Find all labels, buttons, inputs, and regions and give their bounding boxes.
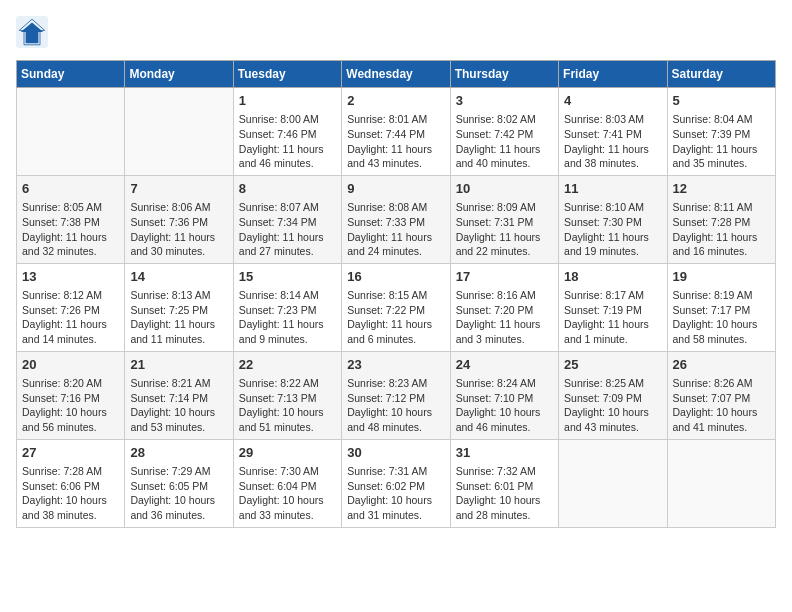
calendar-cell: 31Sunrise: 7:32 AM Sunset: 6:01 PM Dayli… [450,439,558,527]
day-info: Sunrise: 8:17 AM Sunset: 7:19 PM Dayligh… [564,288,661,347]
day-number: 20 [22,356,119,374]
day-number: 5 [673,92,770,110]
calendar-cell: 22Sunrise: 8:22 AM Sunset: 7:13 PM Dayli… [233,351,341,439]
day-info: Sunrise: 8:07 AM Sunset: 7:34 PM Dayligh… [239,200,336,259]
day-number: 22 [239,356,336,374]
day-number: 9 [347,180,444,198]
day-info: Sunrise: 8:25 AM Sunset: 7:09 PM Dayligh… [564,376,661,435]
day-number: 21 [130,356,227,374]
calendar-cell: 25Sunrise: 8:25 AM Sunset: 7:09 PM Dayli… [559,351,667,439]
logo-icon [16,16,48,48]
calendar-cell: 3Sunrise: 8:02 AM Sunset: 7:42 PM Daylig… [450,88,558,176]
calendar-week-row: 27Sunrise: 7:28 AM Sunset: 6:06 PM Dayli… [17,439,776,527]
day-number: 30 [347,444,444,462]
day-number: 15 [239,268,336,286]
day-number: 18 [564,268,661,286]
day-info: Sunrise: 8:19 AM Sunset: 7:17 PM Dayligh… [673,288,770,347]
calendar-cell: 18Sunrise: 8:17 AM Sunset: 7:19 PM Dayli… [559,263,667,351]
calendar-cell: 4Sunrise: 8:03 AM Sunset: 7:41 PM Daylig… [559,88,667,176]
calendar-cell: 11Sunrise: 8:10 AM Sunset: 7:30 PM Dayli… [559,175,667,263]
day-number: 14 [130,268,227,286]
day-number: 13 [22,268,119,286]
day-number: 25 [564,356,661,374]
calendar-cell: 15Sunrise: 8:14 AM Sunset: 7:23 PM Dayli… [233,263,341,351]
day-number: 7 [130,180,227,198]
calendar-cell [667,439,775,527]
day-info: Sunrise: 8:12 AM Sunset: 7:26 PM Dayligh… [22,288,119,347]
calendar-cell: 26Sunrise: 8:26 AM Sunset: 7:07 PM Dayli… [667,351,775,439]
calendar-cell: 9Sunrise: 8:08 AM Sunset: 7:33 PM Daylig… [342,175,450,263]
day-number: 3 [456,92,553,110]
calendar-cell: 8Sunrise: 8:07 AM Sunset: 7:34 PM Daylig… [233,175,341,263]
day-info: Sunrise: 8:09 AM Sunset: 7:31 PM Dayligh… [456,200,553,259]
day-info: Sunrise: 8:08 AM Sunset: 7:33 PM Dayligh… [347,200,444,259]
day-number: 23 [347,356,444,374]
calendar-week-row: 20Sunrise: 8:20 AM Sunset: 7:16 PM Dayli… [17,351,776,439]
calendar-cell: 19Sunrise: 8:19 AM Sunset: 7:17 PM Dayli… [667,263,775,351]
weekday-header: Sunday [17,61,125,88]
calendar-cell: 6Sunrise: 8:05 AM Sunset: 7:38 PM Daylig… [17,175,125,263]
day-info: Sunrise: 8:26 AM Sunset: 7:07 PM Dayligh… [673,376,770,435]
day-number: 4 [564,92,661,110]
day-info: Sunrise: 8:13 AM Sunset: 7:25 PM Dayligh… [130,288,227,347]
day-info: Sunrise: 7:30 AM Sunset: 6:04 PM Dayligh… [239,464,336,523]
calendar-cell [559,439,667,527]
calendar-cell: 7Sunrise: 8:06 AM Sunset: 7:36 PM Daylig… [125,175,233,263]
calendar-cell: 13Sunrise: 8:12 AM Sunset: 7:26 PM Dayli… [17,263,125,351]
calendar-cell: 29Sunrise: 7:30 AM Sunset: 6:04 PM Dayli… [233,439,341,527]
calendar-cell: 28Sunrise: 7:29 AM Sunset: 6:05 PM Dayli… [125,439,233,527]
calendar-cell: 27Sunrise: 7:28 AM Sunset: 6:06 PM Dayli… [17,439,125,527]
day-info: Sunrise: 7:29 AM Sunset: 6:05 PM Dayligh… [130,464,227,523]
day-number: 28 [130,444,227,462]
calendar-cell: 12Sunrise: 8:11 AM Sunset: 7:28 PM Dayli… [667,175,775,263]
weekday-header: Saturday [667,61,775,88]
calendar-cell [17,88,125,176]
day-info: Sunrise: 8:05 AM Sunset: 7:38 PM Dayligh… [22,200,119,259]
day-number: 27 [22,444,119,462]
day-number: 12 [673,180,770,198]
day-number: 8 [239,180,336,198]
calendar-cell: 20Sunrise: 8:20 AM Sunset: 7:16 PM Dayli… [17,351,125,439]
day-info: Sunrise: 8:11 AM Sunset: 7:28 PM Dayligh… [673,200,770,259]
day-info: Sunrise: 7:31 AM Sunset: 6:02 PM Dayligh… [347,464,444,523]
calendar-cell: 17Sunrise: 8:16 AM Sunset: 7:20 PM Dayli… [450,263,558,351]
weekday-header: Monday [125,61,233,88]
calendar-cell: 23Sunrise: 8:23 AM Sunset: 7:12 PM Dayli… [342,351,450,439]
day-info: Sunrise: 8:23 AM Sunset: 7:12 PM Dayligh… [347,376,444,435]
calendar-week-row: 1Sunrise: 8:00 AM Sunset: 7:46 PM Daylig… [17,88,776,176]
day-number: 1 [239,92,336,110]
day-number: 24 [456,356,553,374]
day-number: 11 [564,180,661,198]
calendar-cell: 21Sunrise: 8:21 AM Sunset: 7:14 PM Dayli… [125,351,233,439]
day-number: 26 [673,356,770,374]
calendar-cell: 5Sunrise: 8:04 AM Sunset: 7:39 PM Daylig… [667,88,775,176]
day-info: Sunrise: 8:24 AM Sunset: 7:10 PM Dayligh… [456,376,553,435]
day-info: Sunrise: 7:32 AM Sunset: 6:01 PM Dayligh… [456,464,553,523]
calendar-cell [125,88,233,176]
day-number: 10 [456,180,553,198]
calendar-cell: 1Sunrise: 8:00 AM Sunset: 7:46 PM Daylig… [233,88,341,176]
day-info: Sunrise: 8:03 AM Sunset: 7:41 PM Dayligh… [564,112,661,171]
day-info: Sunrise: 8:01 AM Sunset: 7:44 PM Dayligh… [347,112,444,171]
calendar-cell: 2Sunrise: 8:01 AM Sunset: 7:44 PM Daylig… [342,88,450,176]
logo [16,16,54,48]
day-number: 19 [673,268,770,286]
day-info: Sunrise: 8:22 AM Sunset: 7:13 PM Dayligh… [239,376,336,435]
day-info: Sunrise: 8:15 AM Sunset: 7:22 PM Dayligh… [347,288,444,347]
day-info: Sunrise: 8:20 AM Sunset: 7:16 PM Dayligh… [22,376,119,435]
day-number: 17 [456,268,553,286]
weekday-header: Thursday [450,61,558,88]
calendar-cell: 30Sunrise: 7:31 AM Sunset: 6:02 PM Dayli… [342,439,450,527]
day-info: Sunrise: 8:02 AM Sunset: 7:42 PM Dayligh… [456,112,553,171]
calendar-table: SundayMondayTuesdayWednesdayThursdayFrid… [16,60,776,528]
weekday-header: Wednesday [342,61,450,88]
day-info: Sunrise: 8:04 AM Sunset: 7:39 PM Dayligh… [673,112,770,171]
day-number: 16 [347,268,444,286]
calendar-week-row: 13Sunrise: 8:12 AM Sunset: 7:26 PM Dayli… [17,263,776,351]
day-info: Sunrise: 7:28 AM Sunset: 6:06 PM Dayligh… [22,464,119,523]
day-number: 2 [347,92,444,110]
calendar-body: 1Sunrise: 8:00 AM Sunset: 7:46 PM Daylig… [17,88,776,528]
calendar-cell: 16Sunrise: 8:15 AM Sunset: 7:22 PM Dayli… [342,263,450,351]
day-info: Sunrise: 8:16 AM Sunset: 7:20 PM Dayligh… [456,288,553,347]
calendar-cell: 10Sunrise: 8:09 AM Sunset: 7:31 PM Dayli… [450,175,558,263]
